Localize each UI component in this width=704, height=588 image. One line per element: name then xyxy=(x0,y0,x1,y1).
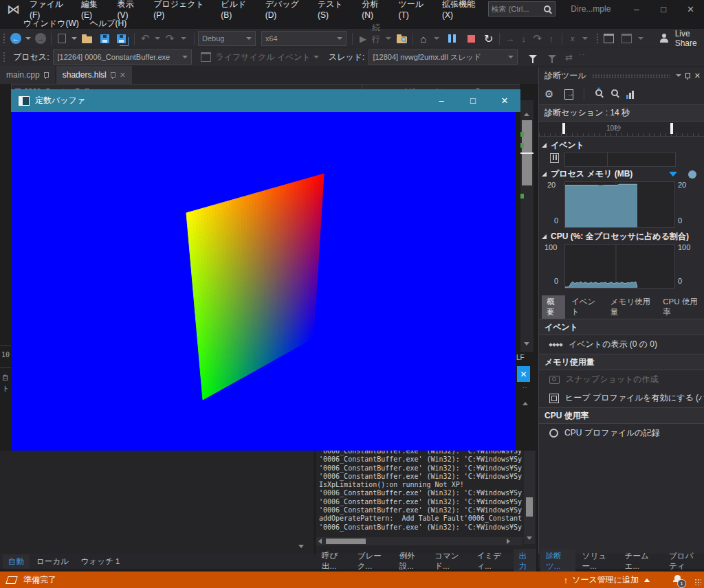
output-scroll-down-icon[interactable] xyxy=(527,536,532,540)
output-tab-3[interactable]: コマンド... xyxy=(429,549,470,574)
app-window-titlebar[interactable]: 定数バッファ – □ ✕ xyxy=(11,89,520,112)
menu-item-5[interactable]: デバッグ(D) xyxy=(260,0,312,21)
ruler-marker-left[interactable] xyxy=(562,123,565,134)
watch-pane-dropdown[interactable] xyxy=(298,545,304,548)
watch-tab-0[interactable]: 自動 xyxy=(3,554,30,569)
breakpoints-window-icon[interactable] xyxy=(604,34,614,43)
notifications-bell-icon[interactable]: 1 xyxy=(673,574,682,585)
output-tab-4[interactable]: イミディ... xyxy=(471,549,512,574)
nav-project-dropdown[interactable]: 0006_ConstantBuffer xyxy=(11,84,366,89)
menu-item-4[interactable]: ビルド(B) xyxy=(215,0,259,21)
right-panel-tab-0[interactable]: 診断ツ... xyxy=(540,549,575,574)
output-tab-1[interactable]: ブレーク... xyxy=(352,549,393,574)
watch-tab-1[interactable]: ローカル xyxy=(31,554,74,569)
save-all-icon[interactable] xyxy=(117,34,126,43)
diagnostics-tab-2[interactable]: メモリ使用量 xyxy=(606,295,657,319)
watch-tab-2[interactable]: ウォッチ 1 xyxy=(76,554,126,569)
enable-heap-profile-button[interactable]: ヒープ プロファイルを有効にする (パフォー xyxy=(539,389,704,407)
app-minimize-button[interactable]: – xyxy=(430,89,453,112)
toolbar-grip[interactable] xyxy=(3,33,6,44)
live-share-icon[interactable] xyxy=(659,34,669,43)
lifecycle-events-icon[interactable] xyxy=(201,52,211,62)
close-panel-icon[interactable]: ✕ xyxy=(694,71,701,80)
thread-select[interactable]: [12804] nvwgf2umx.dll スレッド xyxy=(368,49,518,65)
resize-grip[interactable] xyxy=(694,578,701,585)
redo-icon[interactable]: ↷ xyxy=(163,31,177,46)
continue-dropdown[interactable] xyxy=(386,37,391,40)
diagnostics-tab-3[interactable]: CPU 使用率 xyxy=(658,295,704,319)
reset-view-chart-icon[interactable] xyxy=(626,90,634,99)
search-input[interactable]: 検索 (Ctrl... xyxy=(488,1,556,16)
events-section-header[interactable]: イベント xyxy=(539,139,704,151)
hidden-pane-close-button[interactable]: ✕ xyxy=(517,366,530,382)
cpu-section-header[interactable]: CPU (%: 全プロセッサに占める割合) xyxy=(539,231,704,242)
pin-icon[interactable] xyxy=(685,73,690,78)
show-events-link[interactable]: イベントの表示 (0 の 0) xyxy=(539,335,704,354)
output-scroll-right-icon[interactable] xyxy=(507,539,510,544)
app-maximize-button[interactable]: □ xyxy=(461,89,485,112)
tab-shaders-hlsl[interactable]: shaders.hlsl ✕ xyxy=(56,66,132,84)
output-tab-0[interactable]: 呼び出... xyxy=(316,549,351,574)
continue-play-icon[interactable]: ▶ xyxy=(356,31,370,46)
configuration-select[interactable]: Debug xyxy=(198,31,256,46)
hex-dropdown[interactable] xyxy=(582,37,588,40)
output-hscrollbar[interactable] xyxy=(316,537,522,545)
ruler-marker-right[interactable] xyxy=(670,123,673,134)
stop-debugging-icon[interactable] xyxy=(468,35,475,43)
navigate-back-dropdown[interactable] xyxy=(25,37,31,40)
flag-threads-icon[interactable]: ⇄ xyxy=(562,49,575,65)
drag-handle[interactable] xyxy=(592,74,670,78)
output-hscrollbar-thumb[interactable] xyxy=(326,539,366,544)
output-vscrollbar-thumb[interactable] xyxy=(526,497,533,517)
restart-icon[interactable]: ↻ xyxy=(482,31,496,46)
filter-clear-icon[interactable] xyxy=(548,55,556,59)
undo-icon[interactable]: ↶ xyxy=(138,31,152,46)
right-panel-tab-2[interactable]: チーム エ... xyxy=(619,549,662,574)
redo-dropdown[interactable] xyxy=(181,37,186,40)
debugbar-grip[interactable] xyxy=(3,52,6,63)
right-panel-tab-3[interactable]: プロパティ xyxy=(663,549,704,574)
editor-scroll-down-icon[interactable] xyxy=(524,342,529,346)
editor-scroll-up-icon[interactable] xyxy=(524,113,529,116)
lifecycle-events-button[interactable]: ライフサイクル イベント xyxy=(215,52,310,63)
navigate-back-icon[interactable]: ← xyxy=(10,33,21,44)
close-button[interactable]: ✕ xyxy=(677,0,704,18)
events-lane-track[interactable] xyxy=(564,152,676,167)
platform-select[interactable]: x64 xyxy=(261,31,346,46)
output-tab-2[interactable]: 例外設... xyxy=(394,549,428,574)
minimize-button[interactable]: – xyxy=(623,0,650,18)
window-position-dropdown[interactable] xyxy=(676,74,681,77)
output-vscrollbar[interactable] xyxy=(524,451,535,544)
tab-main-cpp[interactable]: main.cpp xyxy=(0,66,55,84)
settings-gear-icon[interactable]: ⚙ xyxy=(544,88,553,100)
undo-dropdown[interactable] xyxy=(155,37,160,40)
windows-dropdown[interactable] xyxy=(638,37,644,40)
output-tab-5[interactable]: 出力 xyxy=(514,549,537,574)
menu-item-9[interactable]: 拡張機能(X) xyxy=(437,0,488,21)
source-control-dropdown[interactable] xyxy=(644,578,650,582)
menu-item-3[interactable]: プロジェクト(P) xyxy=(148,0,215,21)
open-file-icon[interactable] xyxy=(82,36,92,43)
export-icon[interactable] xyxy=(564,89,573,100)
memory-section-header[interactable]: プロセス メモリ (MB) xyxy=(539,168,704,180)
right-panel-tab-1[interactable]: ソリュー... xyxy=(577,549,618,574)
take-snapshot-button[interactable]: スナップショットの作成 xyxy=(539,370,704,389)
output-scroll-left-icon[interactable] xyxy=(318,539,322,544)
new-file-icon[interactable] xyxy=(58,34,66,43)
app-close-button[interactable]: ✕ xyxy=(493,89,516,112)
step-over-icon[interactable]: ↷ xyxy=(531,31,544,46)
navigate-forward-icon[interactable]: → xyxy=(35,33,46,44)
cpu-chart-canvas[interactable] xyxy=(564,244,675,289)
lifecycle-dropdown[interactable] xyxy=(314,56,319,58)
zoom-in-icon[interactable]: + xyxy=(595,88,604,100)
output-window-icon[interactable] xyxy=(622,34,632,43)
toolbar-grip-2[interactable] xyxy=(596,33,600,44)
add-to-source-control-button[interactable]: ソース管理に追加 xyxy=(572,574,639,586)
show-next-statement-icon[interactable]: → xyxy=(503,31,517,46)
pin-icon[interactable] xyxy=(111,72,116,78)
timeline-ruler[interactable]: 10秒 xyxy=(539,122,704,137)
save-icon[interactable] xyxy=(100,34,109,43)
process-select[interactable]: [12264] 0006_ConstantBuffer.exe xyxy=(53,49,192,65)
debugbar-overflow[interactable]: ˙˙ xyxy=(575,49,589,65)
pin-icon[interactable] xyxy=(44,72,49,78)
